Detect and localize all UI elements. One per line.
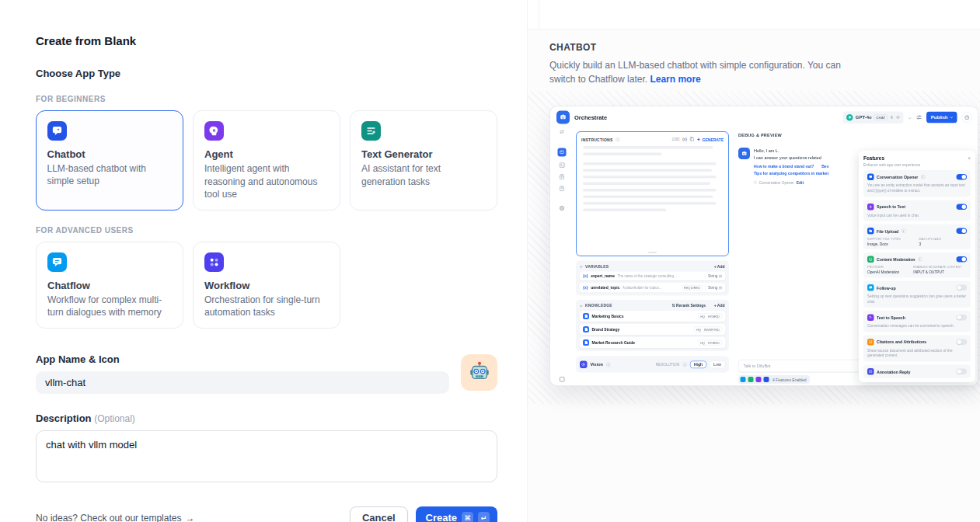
follow-up-icon xyxy=(867,284,874,291)
file-upload-icon xyxy=(867,228,874,235)
page-title: Create from Blank xyxy=(36,34,497,47)
enter-key-icon: ↵ xyxy=(478,512,490,522)
skeleton-line xyxy=(583,209,666,212)
toggle-on xyxy=(957,256,968,263)
skeleton-line xyxy=(583,196,713,199)
preview-top-strip xyxy=(528,0,980,30)
description-textarea[interactable]: chat with vllm model xyxy=(36,430,497,482)
cancel-button[interactable]: Cancel xyxy=(350,506,408,522)
nav-help-icon xyxy=(560,206,565,211)
feature-file-upload: File Upload SUPPORT FILE TYPESImage, Doc… xyxy=(863,224,971,250)
app-type-card-text-generator[interactable]: Text Generator AI assistant for text gen… xyxy=(350,110,497,211)
create-button[interactable]: Create ⌘ ↵ xyxy=(416,506,497,522)
nav-book-icon xyxy=(559,377,565,383)
info-icon xyxy=(921,175,926,179)
card-desc: LLM-based chatbot with simple setup xyxy=(47,162,173,188)
char-count: 2182 xyxy=(672,137,680,141)
templates-link[interactable]: No ideas? Check out our templates → xyxy=(36,513,194,522)
suggested-question: How to make a brand stand out? xyxy=(754,165,814,169)
app-type-card-chatbot[interactable]: Chatbot LLM-based chatbot with simple se… xyxy=(36,110,183,211)
copy-icon xyxy=(690,136,695,143)
app-type-card-workflow[interactable]: Workflow Orchestration for single-turn a… xyxy=(193,242,340,329)
create-form-panel: Create from Blank Choose App Type FOR BE… xyxy=(0,0,527,522)
robot-emoji-icon xyxy=(468,360,491,384)
toggle-off xyxy=(957,315,968,321)
card-title: Text Generator xyxy=(361,148,486,160)
preview-heading: CHATBOT xyxy=(549,42,860,53)
knowledge-row: Marketing Basics HQ · HYBRID xyxy=(580,311,726,322)
feature-mini-icon xyxy=(764,377,769,382)
variable-icon: {x} xyxy=(583,274,588,279)
app-type-card-chatflow[interactable]: Chatflow Workflow for complex multi-turn… xyxy=(36,242,183,329)
model-provider-icon xyxy=(846,114,853,121)
learn-more-link[interactable]: Learn more xyxy=(650,74,700,85)
for-advanced-label: FOR ADVANCED USERS xyxy=(36,226,497,235)
app-name-label: App Name & Icon xyxy=(36,353,497,365)
text-generator-icon xyxy=(361,121,381,141)
features-enabled-row: 4 Features Enabled xyxy=(738,375,810,384)
create-app-modal: Create from Blank Choose App Type FOR BE… xyxy=(0,0,980,522)
instructions-label: INSTRUCTIONS xyxy=(581,137,613,142)
toggle-off xyxy=(957,285,968,291)
resize-handle xyxy=(648,252,657,253)
conversation-opener-icon xyxy=(867,174,874,181)
variables-section: VARIABLES + Add {x} expert_name The name… xyxy=(576,261,729,296)
card-title: Chatbot xyxy=(47,148,173,160)
close-icon: × xyxy=(968,155,971,162)
chevron-down-icon xyxy=(909,114,911,121)
cmd-key-icon: ⌘ xyxy=(462,512,473,522)
knowledge-row: Market Research Guide HQ · HYBRID xyxy=(580,337,726,348)
preview-header: CHATBOT Quickly build an LLM-based chatb… xyxy=(549,42,860,86)
speech-to-text-icon xyxy=(867,204,874,211)
variable-icon: {x} xyxy=(583,286,588,291)
knowledge-label: KNOWLEDGE xyxy=(585,304,612,308)
rerank-settings-button: ⇅ Rerank Settings xyxy=(672,304,706,308)
features-subtitle: Enhance web app user experience xyxy=(863,162,971,167)
app-name-section: App Name & Icon xyxy=(36,353,497,394)
chatbot-icon xyxy=(47,121,67,141)
resolution-low-button: Low xyxy=(710,360,725,368)
info-icon xyxy=(902,229,906,234)
app-screenshot-preview: Orchestrate GPT-4o CHAT Publish xyxy=(549,106,978,386)
skeleton-line xyxy=(583,183,710,186)
opener-icon xyxy=(753,180,757,184)
workflow-icon xyxy=(204,252,224,272)
retrieval-badge: HQ · HYBRID xyxy=(698,340,722,346)
feature-speech-to-text: Speech to Text Voice input can be used i… xyxy=(863,200,971,221)
variable-icon: {x} xyxy=(682,137,687,141)
feature-mini-icon xyxy=(748,377,754,382)
add-knowledge-button: + Add xyxy=(714,304,725,308)
preview-description: Quickly build an LLM-based chatbot with … xyxy=(549,58,854,86)
model-mode-badge: CHAT xyxy=(874,115,888,120)
skeleton-line xyxy=(583,153,661,156)
publish-button: Publish xyxy=(926,112,957,124)
app-type-card-agent[interactable]: Agent Intelligent agent with reasoning a… xyxy=(193,110,340,211)
choose-app-type-label: Choose App Type xyxy=(36,68,497,79)
variables-label: VARIABLES xyxy=(585,264,609,269)
retrieval-badge: HQ · HYBRID xyxy=(698,314,722,319)
feature-text-to-speech: T Text to Speech Conversation messages c… xyxy=(863,311,971,332)
feature-citations: Citations and Attributions Show source d… xyxy=(863,335,971,361)
preview-sidenav xyxy=(550,128,574,387)
variable-row: {x} unrelated_topic A placeholder for to… xyxy=(580,283,726,293)
skeleton-line xyxy=(583,176,717,179)
document-icon xyxy=(583,313,589,319)
toggle-off xyxy=(957,339,968,345)
info-icon xyxy=(606,362,611,367)
resolution-high-button: High xyxy=(690,360,706,368)
vision-row: Vision RESOLUTION High Low xyxy=(576,357,729,373)
rerank-icon: ⇅ xyxy=(672,304,675,308)
nav-clipboard-icon xyxy=(560,174,565,180)
app-icon-picker[interactable] xyxy=(461,354,497,391)
preview-app-title: Orchestrate xyxy=(574,114,607,121)
suggested-question: Bes xyxy=(821,165,828,169)
nav-notebook-icon xyxy=(560,186,565,192)
settings-icon xyxy=(896,116,900,120)
text-to-speech-icon: T xyxy=(867,314,874,321)
preview-config-column: INSTRUCTIONS 2182 {x} GENERATE xyxy=(574,128,733,387)
bot-avatar-icon xyxy=(738,148,750,159)
content-moderation-icon xyxy=(867,256,874,263)
toggle-on xyxy=(957,228,968,235)
app-name-input[interactable] xyxy=(36,371,449,394)
grid-icon xyxy=(719,286,722,289)
